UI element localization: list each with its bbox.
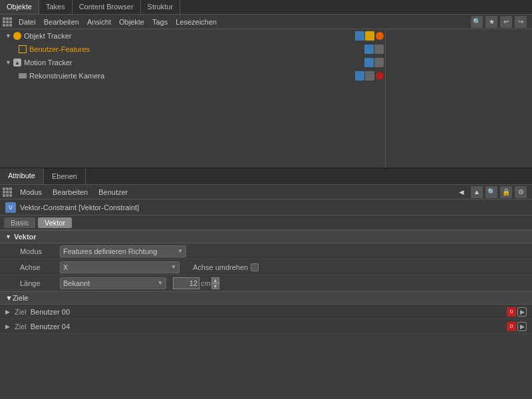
ziele-header[interactable]: ▼ Ziele: [0, 291, 532, 305]
attribute-section: Attribute Ebenen Modus Bearbeiten Benutz…: [0, 169, 532, 399]
tag-gray-2: [374, 58, 384, 67]
tag-gray-1: [374, 45, 384, 54]
ziel-row-1[interactable]: ▶ Ziel Benutzer 04 0 ▶: [0, 319, 532, 334]
achse-label: Achse: [20, 263, 60, 271]
tree-item-objekt-tracker[interactable]: ▼ Objekt Tracker: [0, 29, 385, 43]
vektor-section-header: ▼ Vektor: [0, 230, 532, 243]
modus-arrow: ▼: [178, 248, 183, 254]
undo-icon[interactable]: ↩: [500, 16, 512, 28]
laenge-arrow: ▼: [158, 280, 163, 286]
redo-icon[interactable]: ↪: [515, 16, 527, 28]
menu-objekte[interactable]: Objekte: [115, 17, 148, 27]
top-tab-bar: Objekte Takes Content Browser Struktur: [0, 0, 532, 15]
tag-yellow-icon: [365, 31, 374, 41]
ziel-0-expand: ▶: [5, 309, 15, 315]
laenge-dropdown[interactable]: Bekannt ▼: [60, 277, 166, 289]
objekt-tracker-icon: [13, 32, 21, 40]
achse-umdrehen-checkbox[interactable]: [251, 263, 259, 271]
tab-struktur[interactable]: Struktur: [141, 0, 181, 14]
ziel-0-nav-icon[interactable]: ▶: [517, 307, 527, 317]
tag-blue-2: [364, 45, 374, 54]
menu-bar: Datei Bearbeiten Ansicht Objekte Tags Le…: [0, 15, 532, 29]
ziele-header-label: Ziele: [13, 294, 29, 302]
sub-tab-vektor[interactable]: Vektor: [38, 217, 72, 228]
ziel-0-red-icon[interactable]: 0: [507, 307, 516, 317]
tree-item-motion-tracker[interactable]: ▼ ▲ Motion Tracker: [0, 56, 385, 69]
laenge-spin-up[interactable]: ▲: [211, 277, 219, 283]
kamera-tags: [354, 71, 385, 80]
sub-tab-basis[interactable]: Basis: [4, 217, 35, 228]
tree-item-benutzer-features[interactable]: Benutzer-Features: [0, 43, 385, 56]
ziel-1-icons: 0 ▶: [507, 322, 527, 331]
laenge-spin-btns: ▲ ▼: [211, 277, 219, 289]
ziel-row-0[interactable]: ▶ Ziel Benutzer 00 0 ▶: [0, 305, 532, 319]
kamera-label: Rekonstruierte Kamera: [29, 72, 354, 80]
modus-row: Modus Features definieren Richtung ▼: [0, 243, 532, 259]
attr-tab-bar: Attribute Ebenen: [0, 169, 532, 185]
tab-content-browser[interactable]: Content Browser: [72, 0, 141, 14]
menu-bearbeiten[interactable]: Bearbeiten: [40, 17, 83, 27]
ziel-0-icons: 0 ▶: [507, 307, 527, 317]
ziel-1-nav-icon[interactable]: ▶: [517, 322, 527, 331]
bookmark-icon[interactable]: ★: [485, 16, 497, 28]
modus-control: Features definieren Richtung ▼: [60, 245, 527, 257]
laenge-label: Länge: [20, 279, 60, 287]
kamera-icon: [19, 73, 27, 78]
laenge-value: Bekannt: [63, 279, 90, 287]
menu-ansicht[interactable]: Ansicht: [83, 17, 115, 27]
menu-icon-group: 🔍 ★ ↩ ↪: [471, 16, 529, 28]
tab-objekte[interactable]: Objekte: [0, 0, 39, 14]
tree-item-kamera[interactable]: Rekonstruierte Kamera: [0, 69, 385, 82]
attr-menu-benutzer[interactable]: Benutzer: [93, 187, 133, 198]
tag-red-circle: [376, 72, 384, 80]
menu-lesezeichen[interactable]: Lesezeichen: [172, 17, 221, 27]
object-browser: ▼ Objekt Tracker Benutzer-Features ▼ ▲ M…: [0, 29, 532, 169]
achse-dropdown[interactable]: X ▼: [60, 261, 180, 273]
attr-lock-icon[interactable]: 🔒: [500, 186, 512, 198]
attr-search-icon[interactable]: 🔍: [485, 186, 497, 198]
ziel-1-red-icon[interactable]: 0: [507, 322, 516, 331]
modus-dropdown[interactable]: Features definieren Richtung ▼: [60, 245, 186, 257]
menu-tags[interactable]: Tags: [148, 17, 172, 27]
motion-tags: [364, 58, 385, 67]
modus-value: Features definieren Richtung: [63, 247, 157, 255]
ziel-1-name: Benutzer 04: [31, 323, 507, 331]
arrow-left-icon[interactable]: ◄: [455, 188, 468, 197]
objekt-tracker-label: Objekt Tracker: [24, 32, 354, 40]
attr-settings-icon[interactable]: ⚙: [515, 186, 527, 198]
laenge-number-input[interactable]: [173, 277, 200, 289]
ziel-0-name: Benutzer 00: [31, 308, 507, 316]
attr-menu-icons: ◄ ▲ 🔍 🔒 ⚙: [455, 186, 529, 198]
grid-icon: [3, 17, 12, 27]
constraint-title: Vektor-Constraint [Vektor-Constraint]: [20, 203, 139, 211]
tag-blue-icon: [355, 31, 364, 41]
tab-ebenen[interactable]: Ebenen: [44, 168, 86, 184]
attr-menu-modus[interactable]: Modus: [15, 187, 47, 198]
tag-blue-3: [364, 58, 374, 67]
expand-arrow-objekt-tracker: ▼: [5, 33, 12, 39]
tab-takes[interactable]: Takes: [39, 0, 72, 14]
search-icon[interactable]: 🔍: [471, 16, 483, 28]
laenge-spin-down[interactable]: ▼: [211, 283, 219, 289]
ziel-0-label: Ziel: [15, 308, 27, 316]
tab-attribute[interactable]: Attribute: [0, 168, 44, 184]
achse-arrow: ▼: [171, 264, 176, 270]
benutzer-features-icon: [19, 45, 27, 53]
achse-control: X ▼ Achse umdrehen: [60, 261, 527, 273]
vektor-expand-tri: ▼: [5, 233, 11, 240]
laenge-control: Bekannt ▼ cm ▲ ▼: [60, 277, 527, 289]
attr-icon-1[interactable]: ▲: [471, 186, 483, 198]
ziele-expand-tri: ▼: [5, 294, 13, 302]
benutzer-tags: [364, 45, 385, 54]
objekt-tracker-tags: [354, 31, 385, 41]
ziel-1-expand: ▶: [5, 323, 15, 330]
attr-menu-bearbeiten[interactable]: Bearbeiten: [47, 187, 93, 198]
menu-datei[interactable]: Datei: [15, 17, 40, 27]
sub-tabs: Basis Vektor: [0, 215, 532, 230]
vektor-header-label: Vektor: [14, 233, 37, 241]
tag-orange-circle: [376, 32, 384, 40]
benutzer-features-label: Benutzer-Features: [29, 45, 364, 53]
attr-menubar: Modus Bearbeiten Benutzer ◄ ▲ 🔍 🔒 ⚙: [0, 185, 532, 200]
tag-gray-3: [365, 71, 374, 80]
laenge-row: Länge Bekannt ▼ cm ▲ ▼: [0, 275, 532, 291]
